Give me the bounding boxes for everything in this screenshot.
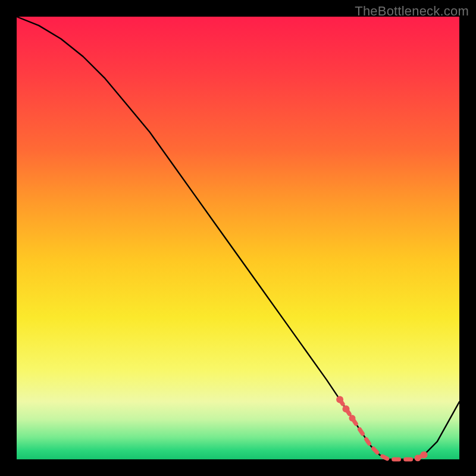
highlight-dot [421,452,428,459]
optimal-range-dots [336,396,427,462]
plot-area [17,17,459,459]
bottleneck-curve [17,17,459,459]
highlight-dot [336,396,343,403]
highlight-dot [343,405,350,412]
highlight-dot [415,455,421,461]
curve-svg [17,17,459,459]
optimal-range-dash [340,400,424,459]
highlight-dot [349,415,356,421]
chart-container: TheBottleneck.com [0,0,476,476]
